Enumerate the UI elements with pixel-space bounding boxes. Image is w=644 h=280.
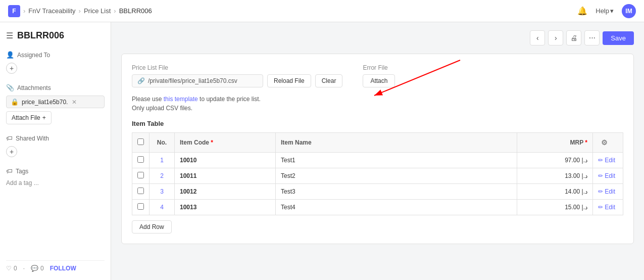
th-mrp: MRP * [517,133,593,153]
th-checkbox [132,133,150,153]
row-no-link-1[interactable]: 2 [160,172,164,179]
topnav-right: 🔔 Help ▾ IM [577,4,636,18]
required-star-mrp: * [585,139,587,146]
app-logo[interactable]: F [8,5,20,17]
clear-file-button[interactable]: Clear [315,74,343,87]
more-options-button[interactable]: ··· [584,30,600,45]
row-select-3[interactable] [137,203,144,210]
doc-title: BBLRR006 [17,30,64,41]
notification-bell-icon[interactable]: 🔔 [577,6,587,16]
attachments-section: 📎 Attachments 🔒 price_liat1e5b70. ✕ Atta… [6,84,105,124]
breadcrumb-sep-2: › [79,7,81,15]
th-item-name: Item Name [276,133,517,153]
row-no-link-2[interactable]: 3 [160,188,164,195]
add-row-button[interactable]: Add Row [132,220,172,234]
row-actions-0: ✏ Edit [593,153,623,168]
price-list-file-group: Price List File 🔗 /private/files/price_l… [132,64,342,87]
add-tag-label[interactable]: Add a tag ... [6,179,39,186]
assigned-to-add-button[interactable]: + [6,63,17,74]
annotation-container: Please use this template to update the p… [132,96,623,112]
breadcrumb-fnv[interactable]: FnV Traceability [28,7,75,15]
attach-file-button[interactable]: Attach File + [6,111,52,124]
breadcrumb-pricelist[interactable]: Price List [84,7,111,15]
row-no-link-3[interactable]: 4 [160,204,164,211]
row-checkbox-0 [132,153,150,168]
person-icon: 👤 [6,51,14,59]
sidebar-footer: ♡ 0 · 💬 0 FOLLOW [6,260,105,272]
row-code-0: 10010 [175,153,276,168]
hamburger-icon[interactable]: ☰ [6,31,13,40]
attachment-close-icon[interactable]: ✕ [72,99,77,106]
row-name-1: Test2 [276,168,517,184]
row-no-link-0[interactable]: 1 [160,157,164,164]
edit-button-2[interactable]: ✏ Edit [598,188,618,195]
item-table: No. Item Code * Item Name MRP * ⚙ 1 1001… [132,132,623,215]
tags-icon: 🏷 [6,167,13,175]
shared-with-label: Shared With [16,135,49,142]
tags-section: 🏷 Tags Add a tag ... [6,167,105,186]
attach-file-plus-icon: + [42,114,46,121]
assigned-to-header: 👤 Assigned To [6,51,105,59]
comment-icon[interactable]: 💬 [31,265,38,272]
file-path-display: 🔗 /private/files/price_liat1e5b70.csv [132,74,263,87]
assigned-to-section: 👤 Assigned To + [6,51,105,74]
file-icon: 🔒 [11,98,19,106]
attach-file-label: Attach File [12,114,40,121]
table-row: 2 10011 Test2 13.00 |.د ✏ Edit [132,168,623,184]
table-settings-icon[interactable]: ⚙ [598,136,610,149]
link-icon: 🔗 [137,77,145,84]
help-menu[interactable]: Help ▾ [596,7,614,15]
row-no-1: 2 [150,168,175,184]
row-code-2: 10012 [175,184,276,200]
info-text-2: Only upload CSV files. [132,105,623,112]
mrp-value-2: 14.00 |.د [565,188,587,195]
save-button[interactable]: Save [603,31,634,45]
content-area: ‹ › 🖨 ··· Save Price List File 🔗 /privat… [111,22,644,280]
th-no: No. [150,133,175,153]
item-table-section: Item Table No. Item Code * Item Name MRP… [132,120,623,234]
reload-file-button[interactable]: Reload File [267,74,311,87]
sidebar: ☰ BBLRR006 👤 Assigned To + 📎 Attachments… [0,22,111,280]
footer-sep: · [23,265,25,272]
row-no-2: 3 [150,184,175,200]
breadcrumb-current: BBLRR006 [119,7,152,15]
row-select-1[interactable] [137,172,144,178]
row-checkbox-3 [132,200,150,215]
row-select-2[interactable] [137,188,144,194]
breadcrumb-sep-1: › [23,7,25,15]
edit-button-1[interactable]: ✏ Edit [598,172,618,179]
item-code-value-0: 10010 [180,157,196,164]
prev-doc-button[interactable]: ‹ [530,30,545,45]
top-navigation: F › FnV Traceability › Price List › BBLR… [0,0,644,22]
price-list-file-label: Price List File [132,64,342,71]
doc-toolbar: ‹ › 🖨 ··· Save [121,30,634,45]
this-template-link[interactable]: this template [164,96,198,103]
select-all-checkbox[interactable] [137,138,144,145]
row-no-3: 4 [150,200,175,215]
row-select-0[interactable] [137,156,144,163]
attachment-filename: price_liat1e5b70. [22,99,68,106]
print-button[interactable]: 🖨 [566,30,581,45]
shared-with-add-button[interactable]: + [6,146,17,157]
tag-icon: 🏷 [6,134,13,142]
next-doc-button[interactable]: › [548,30,563,45]
comments-group: 💬 0 [31,265,44,272]
row-actions-2: ✏ Edit [593,184,623,200]
table-row: 4 10013 Test4 15.00 |.د ✏ Edit [132,200,623,215]
heart-icon[interactable]: ♡ [6,265,12,272]
row-mrp-1: 13.00 |.د [517,168,593,184]
shared-with-section: 🏷 Shared With + [6,134,105,157]
info-suffix: to update the price list. [198,96,261,103]
file-path-text: /private/files/price_liat1e5b70.csv [148,77,237,84]
row-name-3: Test4 [276,200,517,215]
help-label: Help [596,7,609,15]
edit-button-0[interactable]: ✏ Edit [598,157,618,164]
follow-button[interactable]: FOLLOW [50,265,76,272]
row-name-2: Test3 [276,184,517,200]
comments-count: 0 [40,265,44,272]
item-code-value-3: 10013 [180,204,196,211]
edit-button-3[interactable]: ✏ Edit [598,204,618,211]
th-actions: ⚙ [593,133,623,153]
user-avatar[interactable]: IM [622,4,636,18]
attach-error-file-button[interactable]: Attach [363,74,395,87]
